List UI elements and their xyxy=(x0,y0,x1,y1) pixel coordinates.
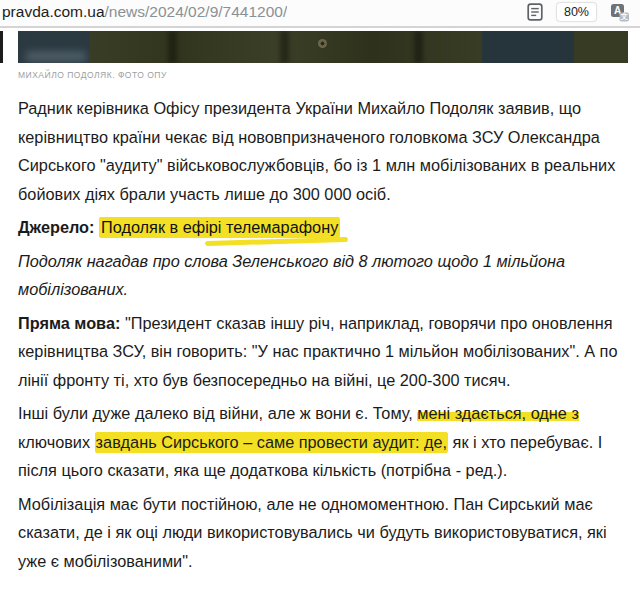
photo-button-detail xyxy=(318,39,327,48)
photo-fold-shadow xyxy=(168,31,177,63)
reader-mode-icon[interactable] xyxy=(527,3,543,21)
text-segment: Подоляк нагадав про слова Зеленського ві… xyxy=(18,252,565,299)
text-segment: Радник керівника Офісу президента Україн… xyxy=(18,99,615,203)
photo-caption: МИХАЙЛО ПОДОЛЯК. ФОТО ОПУ xyxy=(18,70,640,80)
article-photo xyxy=(18,31,628,63)
translate-icon[interactable]: A 文 xyxy=(610,3,630,22)
paragraph-quote-2: Інші були дуже далеко від війни, але ж в… xyxy=(18,399,622,485)
paragraph-lead: Радник керівника Офісу президента Україн… xyxy=(18,94,622,208)
window-edge-sliver xyxy=(0,31,3,63)
article-body: Радник керівника Офісу президента Україн… xyxy=(0,90,640,575)
photo-blur-detail xyxy=(26,52,86,61)
photo-sleeve-shape xyxy=(574,31,628,63)
paragraph-context: Подоляк нагадав про слова Зеленського ві… xyxy=(18,247,622,304)
zoom-level-chip[interactable]: 80% xyxy=(556,2,597,22)
photo-row xyxy=(0,31,640,63)
photo-fold-shadow xyxy=(414,31,423,63)
photo-background-shape xyxy=(482,31,574,63)
svg-text:文: 文 xyxy=(619,12,628,21)
text-segment: Джерело: xyxy=(18,218,99,236)
text-segment: Інші були дуже далеко від війни, але ж в… xyxy=(18,404,417,422)
url-domain: pravda.com.ua xyxy=(2,3,105,20)
paragraph-quote-1: Пряма мова: "Президент сказав іншу річ, … xyxy=(18,309,622,395)
text-segment: ключових xyxy=(18,433,95,451)
browser-address-bar: pravda.com.ua/news/2024/02/9/7441200/ 80… xyxy=(0,0,640,28)
source-link[interactable]: Подоляк в ефірі телемарафону xyxy=(99,217,340,238)
address-bar[interactable]: pravda.com.ua/news/2024/02/9/7441200/ xyxy=(2,3,287,21)
text-segment: Пряма мова: xyxy=(18,314,125,332)
url-path: /news/2024/02/9/7441200/ xyxy=(105,3,288,20)
photo-fold-shadow xyxy=(280,31,289,63)
paragraph-source: Джерело: Подоляк в ефірі телемарафону xyxy=(18,213,622,242)
zoom-level-label: 80% xyxy=(564,5,589,19)
paragraph-quote-3: Мобілізація має бути постійною, але не о… xyxy=(18,490,622,576)
text-segment: Мобілізація має бути постійною, але не о… xyxy=(18,495,607,570)
text-segment: мені здається, одне з xyxy=(417,404,579,422)
text-segment: завдань Сирського – саме провести аудит:… xyxy=(95,432,448,453)
